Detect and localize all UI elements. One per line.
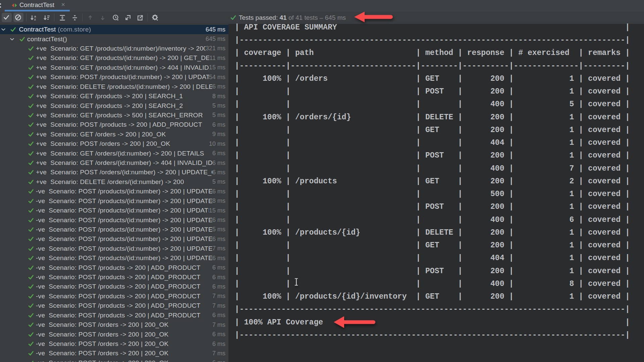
svg-text:z: z [34, 17, 36, 21]
